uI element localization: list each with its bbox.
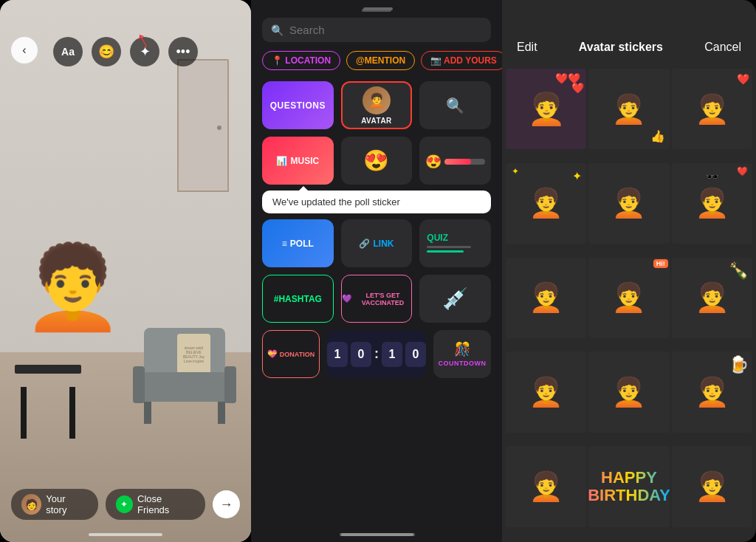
- your-story-label: Your story: [46, 493, 87, 515]
- avatar-sticker-heartface[interactable]: 🧑‍🦱 ❤️: [672, 69, 752, 149]
- sparkle-2: ✦: [572, 169, 582, 183]
- your-story-button[interactable]: 🧑 Your story: [11, 489, 98, 520]
- avatar-sticker-last[interactable]: 🧑‍🦱: [672, 446, 752, 526]
- questions-label: QUESTIONS: [270, 100, 326, 111]
- poll-bar: [444, 159, 485, 165]
- avatar-last-inner: 🧑‍🦱: [672, 446, 752, 526]
- poll-update-tooltip: We've updated the poll sticker: [262, 191, 491, 213]
- countdown-icon: 🎊: [454, 341, 471, 357]
- emoji-icon: 😍: [363, 148, 389, 173]
- sticker-search-bar[interactable]: 🔍: [262, 18, 491, 42]
- sticker-home-indicator: [340, 533, 413, 536]
- timer-min-ones: 0: [405, 342, 426, 367]
- avatar-emoji: 🧑‍🦱: [22, 247, 118, 328]
- sticker-emoji-smile[interactable]: 😍: [341, 137, 413, 185]
- avatar-stickers-panel: Edit Avatar stickers Cancel ❤️❤️ ❤️ 🧑‍🦱 …: [502, 0, 756, 542]
- avatar-sticker-img: 🧑‍🦱: [362, 86, 391, 114]
- sticker-tool-button[interactable]: 😊: [92, 37, 121, 66]
- avatar-thumbsup-inner: 🧑‍🦱 👍: [588, 69, 669, 149]
- avatar-sticker-hands[interactable]: 🧑‍🦱: [506, 351, 586, 432]
- avatar-sticker-wink[interactable]: 🧑‍🦱: [588, 163, 669, 244]
- search-icon: 🔍: [271, 24, 284, 36]
- poll-icon: ≡: [282, 239, 287, 249]
- avatar-birthday-inner: HAPPYBIRTHDAY: [588, 446, 669, 526]
- avatar-sticker-hmm[interactable]: 🧑‍🦱: [588, 351, 669, 432]
- heart-icon: ❤️: [737, 166, 748, 176]
- avatar-sticker-thumbsup[interactable]: 🧑‍🦱 👍: [588, 69, 669, 149]
- avatar-wink-inner: 🧑‍🦱: [588, 163, 669, 244]
- link-label: LINK: [373, 239, 394, 249]
- heartface-heart: ❤️: [737, 73, 749, 85]
- avatar-hmm-inner: 🧑‍🦱: [588, 351, 669, 432]
- sticker-grid-row1: QUESTIONS 🧑‍🦱 AVATAR 🔍: [251, 81, 502, 129]
- beer-icon: 🍺: [729, 355, 749, 374]
- sticker-poll-slider[interactable]: 😍: [419, 137, 491, 185]
- text-tool-button[interactable]: Aa: [53, 37, 83, 66]
- avatar-sticker-champagne[interactable]: 🧑‍🦱 🍾: [672, 258, 752, 338]
- avatar-sticker-hi[interactable]: 🧑‍🦱 Hi!: [588, 258, 669, 338]
- hi-badge: Hi!: [653, 259, 668, 268]
- vaccine-img: 💉: [442, 287, 468, 311]
- vaccine-label: LET'S GET VACCINATED: [354, 292, 412, 306]
- camera-bottom-bar: 🧑 Your story ✦ Close Friends →: [0, 489, 251, 520]
- sticker-poll[interactable]: ≡ POLL: [262, 219, 334, 267]
- sticker-donation[interactable]: 💝 DONATION: [262, 330, 320, 378]
- avatar-wink-emoji: 🧑‍🦱: [611, 187, 646, 219]
- story-avatar: 🧑: [21, 494, 41, 515]
- avatar-hmm-emoji: 🧑‍🦱: [611, 376, 646, 408]
- avatar-edit-button[interactable]: Edit: [517, 41, 537, 54]
- sticker-quiz[interactable]: QUIZ: [419, 219, 491, 267]
- quiz-lines: [427, 246, 471, 255]
- sticker-countdown[interactable]: 🎊 COUNTDOWN: [433, 330, 491, 378]
- timer-min-tens: 1: [382, 342, 402, 367]
- avatar-wave-emoji: 🧑‍🦱: [529, 281, 563, 314]
- friends-icon: ✦: [116, 495, 133, 513]
- sticker-hashtag[interactable]: #HASHTAG: [262, 275, 334, 323]
- donation-icon: 💝: [267, 349, 278, 359]
- sticker-questions[interactable]: QUESTIONS: [262, 81, 334, 129]
- tag-location[interactable]: 📍 LOCATION: [262, 51, 340, 70]
- champagne-icon: 🍾: [729, 261, 749, 281]
- avatar-beer-inner: 🧑‍🦱 🍺: [672, 351, 752, 432]
- send-icon: →: [219, 497, 233, 512]
- door: [177, 59, 229, 192]
- avatar-sticker-beer[interactable]: 🧑‍🦱 🍺: [672, 351, 752, 432]
- close-friends-button[interactable]: ✦ Close Friends: [106, 489, 205, 520]
- avatar-sticker-sunglasses[interactable]: 🧑‍🦱 🕶️ ❤️: [672, 163, 752, 244]
- door-knob: [217, 126, 221, 130]
- sticker-avatar[interactable]: 🧑‍🦱 AVATAR: [341, 81, 413, 129]
- camera-toolbar: Aa 😊 ✦ •••: [0, 37, 251, 66]
- search-btn-icon: 🔍: [446, 97, 464, 114]
- more-tool-button[interactable]: •••: [168, 37, 198, 66]
- avatar-hands-emoji: 🧑‍🦱: [529, 376, 563, 408]
- avatar-sticker-sparkles[interactable]: ✦ ✦ 🧑‍🦱: [506, 163, 586, 244]
- avatar-stickers-title: Avatar stickers: [579, 41, 663, 54]
- sticker-timer[interactable]: 1 0 : 1 0: [327, 330, 426, 378]
- chair-leg-left: [144, 402, 151, 424]
- avatar-sticker-wave2[interactable]: 🧑‍🦱: [506, 446, 586, 526]
- avatar-beer-emoji: 🧑‍🦱: [695, 376, 729, 408]
- avatar-cancel-button[interactable]: Cancel: [704, 41, 741, 54]
- quiz-label: QUIZ: [427, 233, 448, 243]
- sticker-vaccine[interactable]: 💜 LET'S GET VACCINATED: [341, 275, 413, 323]
- avatar-sticker-wave[interactable]: 🧑‍🦱: [506, 258, 586, 338]
- tag-addyours[interactable]: 📷 ADD YOURS: [421, 51, 502, 70]
- avatar-champagne-emoji: 🧑‍🦱: [695, 281, 729, 314]
- home-indicator: [89, 533, 162, 536]
- sticker-search-button[interactable]: 🔍: [419, 81, 491, 129]
- avatar-sticker-hearts[interactable]: ❤️❤️ ❤️ 🧑‍🦱: [506, 69, 586, 149]
- avatar-sticker-birthday[interactable]: HAPPYBIRTHDAY: [588, 446, 669, 526]
- poll-label: POLL: [290, 239, 314, 249]
- sticker-music[interactable]: 📊 MUSIC: [262, 137, 334, 185]
- avatar-thumbsup-emoji: 🧑‍🦱: [611, 93, 646, 126]
- send-button[interactable]: →: [213, 490, 240, 518]
- avatar-last-emoji: 🧑‍🦱: [695, 470, 729, 503]
- tag-mention[interactable]: @MENTION: [346, 51, 415, 70]
- avatar-heartface-inner: 🧑‍🦱 ❤️: [672, 69, 752, 149]
- sticker-link[interactable]: 🔗 LINK: [341, 219, 413, 267]
- sticker-letsget-img[interactable]: 💉: [419, 275, 491, 323]
- sticker-search-input[interactable]: [289, 24, 482, 36]
- avatar-sticker-label: AVATAR: [361, 117, 392, 125]
- hashtag-label: #HASHTAG: [274, 294, 322, 304]
- sunglasses-icon: 🕶️: [706, 171, 718, 182]
